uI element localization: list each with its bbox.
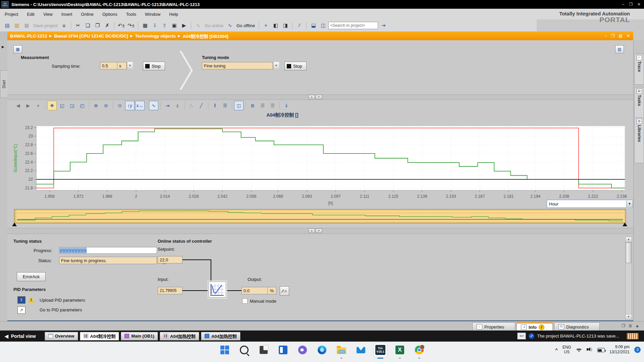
excel-icon[interactable]: X	[393, 343, 407, 357]
vertical-bars-icon[interactable]: ‖	[210, 101, 220, 110]
breadcrumb-item[interactable]: BAWAL-PLC-1213	[10, 34, 47, 39]
tuning-stop-button[interactable]: Stop	[284, 62, 307, 70]
tab-info[interactable]: ↓i Info i	[517, 322, 553, 331]
copy-icon[interactable]: ❏	[83, 21, 92, 30]
portal-view-button[interactable]: ◀ Portal view	[0, 334, 45, 339]
editor-button-2[interactable]: Main (OB1)	[121, 332, 158, 341]
compile-icon[interactable]: ▦	[141, 21, 150, 30]
snap-layout-icon[interactable]	[276, 343, 290, 357]
notification-badge[interactable]: 3	[634, 347, 641, 353]
cross-reference-icon[interactable]: ✗	[295, 21, 304, 30]
mail-icon[interactable]	[354, 343, 368, 357]
horizontal-bars-icon[interactable]: ☰	[220, 101, 230, 110]
measure-cursor-icon[interactable]: ⌖	[34, 101, 43, 110]
editor-button-1[interactable]: A04制冷控制	[80, 332, 119, 341]
snapshot-icon[interactable]: ±	[173, 101, 182, 110]
project-library-icon[interactable]: ⇥	[379, 21, 388, 30]
redo-icon[interactable]: ↷±	[126, 21, 136, 30]
open-project-icon[interactable]: ▥	[12, 21, 21, 30]
ruler-icon[interactable]: ◫	[234, 101, 244, 110]
volume-icon[interactable]: )	[587, 347, 593, 352]
upper-splitter-buttons[interactable]: ▲▼	[309, 95, 322, 99]
language-indicator[interactable]: ENGUS	[562, 345, 571, 354]
export-measurement-icon[interactable]: ⇓	[282, 101, 291, 110]
sidebar-tab-libraries[interactable]: ▥Libraries	[634, 117, 644, 163]
minimize-icon[interactable]: –	[622, 2, 624, 7]
measurement-stop-button[interactable]: Stop	[143, 62, 165, 70]
inner-restore-icon[interactable]: ❐	[611, 34, 615, 38]
menu-item-insert[interactable]: Insert	[61, 12, 72, 17]
interpolation-icon[interactable]: ╱	[197, 101, 206, 110]
manual-mode-checkbox[interactable]	[242, 298, 248, 304]
print-icon[interactable]: ≡	[59, 21, 68, 30]
time-unit-dropdown-icon[interactable]: ▼	[626, 200, 633, 207]
undo-icon[interactable]: ↶±	[117, 21, 126, 30]
restore-icon[interactable]: ❐	[629, 2, 633, 7]
panel-vertical-scrollbar[interactable]: ▲ ▼	[625, 237, 632, 320]
editor-button-4[interactable]: A04加热控制	[201, 332, 240, 341]
inner-minimize-icon[interactable]: –	[605, 34, 607, 38]
zoom-out-icon[interactable]: ⊖	[101, 101, 111, 110]
overview-left-handle-icon[interactable]	[12, 223, 17, 226]
sampling-time-field[interactable]: 0.5 s ▼	[100, 62, 133, 69]
inner-close-icon[interactable]: ✕	[627, 34, 630, 38]
close-icon[interactable]: ✕	[637, 2, 641, 7]
inner-dock-icon[interactable]: ▤	[619, 34, 623, 38]
upload-pid-label[interactable]: Upload PID parameters	[40, 298, 85, 303]
new-project-icon[interactable]: ▤	[3, 21, 12, 30]
float-panel-icon[interactable]: ❐	[622, 323, 625, 328]
hidden-icons-caret[interactable]: ^	[555, 347, 558, 352]
editor-button-3[interactable]: A04加热控制	[160, 332, 199, 341]
goto-pid-label[interactable]: Go to PID parameters	[40, 307, 82, 312]
start-icon[interactable]	[218, 343, 231, 357]
trace-chart[interactable]: 23.22322.822.622.422.22221.81.9581.9721.…	[10, 123, 631, 206]
curve-overview-icon[interactable]: ∿	[149, 101, 158, 110]
expand-tree-icon[interactable]: ▶	[2, 45, 4, 49]
widgets-icon[interactable]	[257, 343, 270, 357]
time-alignment-icon[interactable]: ⇥	[163, 101, 172, 110]
delete-icon[interactable]: ✗	[103, 21, 112, 30]
panel-menu-icon[interactable]: ≣	[629, 323, 632, 328]
pan-hand-icon[interactable]: ❖	[47, 101, 57, 110]
zoom-100-icon[interactable]: ⊙	[115, 101, 124, 110]
start-cpu-icon[interactable]: ▣	[170, 21, 179, 30]
sidebar-tab-trace[interactable]: ✓Trace	[634, 54, 644, 85]
search-icon[interactable]	[237, 343, 251, 357]
upload-pid-icon[interactable]: ⇧	[17, 296, 25, 304]
x-scale-100-icon[interactable]: x↔	[135, 101, 145, 110]
collapse-panel-icon[interactable]: ▲	[635, 323, 639, 328]
menu-item-help[interactable]: Help	[169, 12, 178, 17]
menu-item-edit[interactable]: Edit	[27, 12, 34, 17]
tuning-mode-select[interactable]: Fine tuning ▼	[202, 62, 279, 69]
cut-icon[interactable]: ✂	[73, 21, 83, 30]
trace-config-icon[interactable]: ▦	[13, 45, 22, 53]
start-simulation-icon[interactable]: ◧	[271, 21, 280, 30]
go-online-icon[interactable]: ∿	[194, 21, 203, 30]
legend-icon[interactable]: ≣	[248, 101, 257, 110]
zoom-drag-icon[interactable]: ◲	[67, 101, 77, 110]
chrome-icon[interactable]	[413, 343, 426, 357]
download-to-device-icon[interactable]: ⇩	[150, 21, 159, 30]
panel-collapse-right-icon[interactable]: ▨	[615, 45, 624, 53]
upload-from-device-icon[interactable]: ⇧	[160, 21, 169, 30]
go-offline-icon[interactable]: ∿	[225, 21, 234, 30]
goto-pid-icon[interactable]: ↗	[17, 306, 25, 314]
menu-item-project[interactable]: Project	[5, 12, 18, 17]
accessible-devices-icon[interactable]: ⌖	[261, 21, 270, 30]
memory-card-icon[interactable]: ≡↩	[517, 333, 526, 340]
tab-diagnostics[interactable]: ☊ Diagnostics	[554, 322, 600, 331]
align-right-icon[interactable]: ☰	[268, 101, 277, 110]
search-in-project-input[interactable]	[328, 22, 378, 29]
menu-item-online[interactable]: Online	[81, 12, 94, 17]
sidebar-tab-tasks[interactable]: ▤Tasks	[634, 87, 644, 118]
wifi-icon[interactable]	[576, 347, 582, 352]
breadcrumb-item[interactable]: A04制冷控制 [DB1004]	[183, 33, 228, 39]
menu-item-options[interactable]: Options	[102, 12, 117, 17]
tia-portal-icon[interactable]: TIAV15.1	[374, 343, 387, 357]
nav-back-icon[interactable]: ◀	[13, 101, 23, 110]
zoom-area-icon[interactable]: ◰	[77, 101, 87, 110]
edge-icon[interactable]	[315, 343, 329, 357]
battery-icon[interactable]	[597, 348, 605, 352]
zoom-select-icon[interactable]: ◱	[57, 101, 67, 110]
manual-value-icon[interactable]: ∕ϟ1	[280, 286, 289, 296]
